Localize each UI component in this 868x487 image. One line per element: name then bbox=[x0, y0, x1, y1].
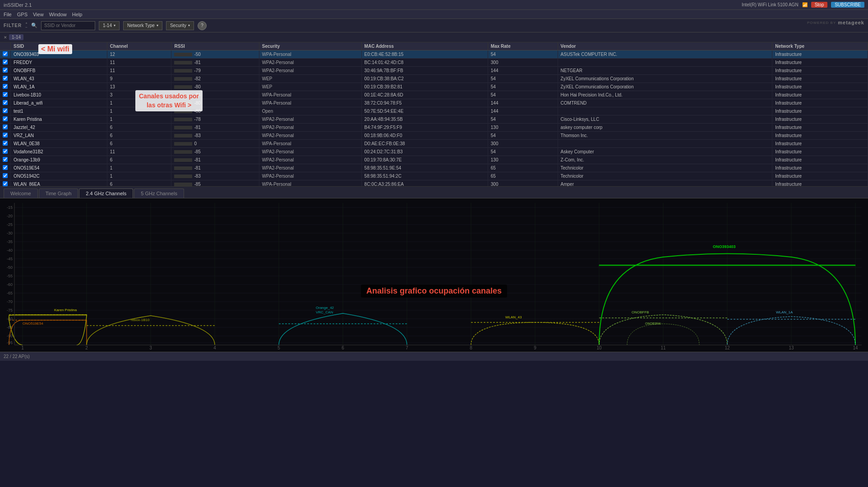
table-row[interactable]: ONO51942C 1 -83 WPA2-Personal 58:98:35:5… bbox=[0, 172, 868, 180]
row-nettype: Infrastructure bbox=[772, 91, 868, 99]
row-vendor: Askey Computer bbox=[558, 148, 772, 156]
row-rssi: -82 bbox=[171, 75, 259, 83]
table-row[interactable]: Vodafone31B2 11 -85 WPA2-Personal 00:24:… bbox=[0, 148, 868, 156]
svg-text:3: 3 bbox=[149, 345, 152, 350]
row-check[interactable] bbox=[0, 99, 11, 107]
row-channel: 6 bbox=[107, 180, 171, 187]
row-ssid: WLAN_86EA bbox=[11, 180, 107, 187]
row-check[interactable] bbox=[0, 156, 11, 164]
col-channel[interactable]: Channel bbox=[107, 42, 171, 51]
col-nettype[interactable]: Network Type bbox=[772, 42, 868, 51]
row-ssid: VRZ_LAN bbox=[11, 132, 107, 140]
col-check bbox=[0, 42, 11, 51]
col-rssi[interactable]: RSSI bbox=[171, 42, 259, 51]
menu-window[interactable]: Window bbox=[49, 12, 67, 17]
row-check[interactable] bbox=[0, 115, 11, 124]
menu-gps[interactable]: GPS bbox=[17, 12, 28, 17]
table-row[interactable]: Jazztel_42 6 -81 WPA2-Personal B4:74:9F:… bbox=[0, 124, 868, 132]
row-maxrate: 144 bbox=[488, 99, 558, 107]
graph-area: Amplitude [dBm] Analisis grafico ocupaci… bbox=[0, 198, 868, 352]
table-row[interactable]: WLAN_86EA 6 -85 WPA-Personal 8C:0C:A3:25… bbox=[0, 180, 868, 187]
row-check[interactable] bbox=[0, 132, 11, 140]
row-channel: 6 bbox=[107, 124, 171, 132]
menu-help[interactable]: Help bbox=[72, 12, 83, 17]
row-check[interactable] bbox=[0, 83, 11, 91]
row-mac: 00:24:D2:7C:31:B3 bbox=[361, 148, 488, 156]
row-check[interactable] bbox=[0, 59, 11, 67]
label-wlan43: WLAN_43 bbox=[505, 315, 522, 319]
tab-welcome[interactable]: Welcome bbox=[4, 188, 38, 198]
row-vendor: ZyXEL Communications Corporation bbox=[558, 83, 772, 91]
row-security: WPA-Personal bbox=[259, 180, 361, 187]
row-ssid: ONO519E54 bbox=[11, 164, 107, 172]
statusbar: 22 / 22 AP(s) bbox=[0, 352, 868, 361]
col-mac[interactable]: MAC Address bbox=[361, 42, 488, 51]
table-row[interactable]: ONO393403 12 -50 WPA-Personal E0:CB:4E:5… bbox=[0, 51, 868, 59]
table-row[interactable]: ONOBFFB 11 -79 WPA2-Personal 30:46:9A:7B… bbox=[0, 67, 868, 75]
row-security: Open bbox=[259, 107, 361, 115]
svg-text:5: 5 bbox=[277, 345, 280, 350]
menu-view[interactable]: View bbox=[33, 12, 44, 17]
stop-button[interactable]: Stop bbox=[811, 2, 828, 8]
help-button[interactable]: ? bbox=[198, 21, 207, 30]
search-input[interactable] bbox=[41, 21, 95, 30]
row-nettype: Infrastructure bbox=[772, 115, 868, 124]
tab-2ghz[interactable]: 2.4 GHz Channels bbox=[79, 188, 133, 198]
subscribe-button[interactable]: SUBSCRIBE bbox=[831, 2, 864, 8]
powered-by: POWERED BY metageek bbox=[807, 20, 864, 25]
filter-plus-minus[interactable]: + − bbox=[25, 22, 28, 29]
table-row[interactable]: ONO519E54 1 -81 WPA2-Personal 58:98:35:5… bbox=[0, 164, 868, 172]
row-check[interactable] bbox=[0, 180, 11, 187]
row-rssi: -81 bbox=[171, 156, 259, 164]
table-row[interactable]: Karen Pristina 1 -78 WPA2-Personal 20:AA… bbox=[0, 115, 868, 124]
table-row[interactable]: WLAN_1A 13 -80 WEP 00:19:CB:39:B2:81 54 … bbox=[0, 83, 868, 91]
col-maxrate[interactable]: Max Rate bbox=[488, 42, 558, 51]
row-rssi: -78 bbox=[171, 115, 259, 124]
svg-text:-30: -30 bbox=[7, 231, 13, 235]
table-row[interactable]: Livebox-1B10 3 -84 WPA-Personal 00:1E:4C… bbox=[0, 91, 868, 99]
row-check[interactable] bbox=[0, 140, 11, 148]
row-check[interactable] bbox=[0, 75, 11, 83]
row-check[interactable] bbox=[0, 172, 11, 180]
row-mac: B4:74:9F:29:F5:F9 bbox=[361, 124, 488, 132]
label-wlan1a: WLAN_1A bbox=[776, 310, 793, 314]
row-channel: 9 bbox=[107, 75, 171, 83]
row-nettype: Infrastructure bbox=[772, 172, 868, 180]
titlebar: inSSIDer 2.1 Intel(R) WiFi Link 5100 AGN… bbox=[0, 0, 868, 10]
table-row[interactable]: WLAN_43 9 -82 WEP 00:19:CB:38:BA:C2 54 Z… bbox=[0, 75, 868, 83]
table-row[interactable]: FREDDY 11 -81 WPA2-Personal BC:14:01:42:… bbox=[0, 59, 868, 67]
table-row[interactable]: WLAN_0E38 6 0 WPA-Personal D0:AE:EC:FB:0… bbox=[0, 140, 868, 148]
graph-svg: -15 -20 -25 -30 -35 -40 -45 -50 -55 -60 … bbox=[0, 198, 868, 352]
range-dropdown[interactable]: 1-14 bbox=[99, 21, 120, 30]
row-check[interactable] bbox=[0, 124, 11, 132]
row-check[interactable] bbox=[0, 148, 11, 156]
row-check[interactable] bbox=[0, 91, 11, 99]
table-row[interactable]: test1 1 -80 Open 50:7E:5D:54:EE:4E 144 I… bbox=[0, 107, 868, 115]
row-ssid: ONOBFFB bbox=[11, 67, 107, 75]
svg-text:-65: -65 bbox=[7, 291, 13, 295]
col-vendor[interactable]: Vendor bbox=[558, 42, 772, 51]
table-row[interactable]: Orange-13b9 6 -81 WPA2-Personal 00:19:70… bbox=[0, 156, 868, 164]
row-check[interactable] bbox=[0, 67, 11, 75]
security-dropdown[interactable]: Security bbox=[166, 21, 194, 30]
tag-close[interactable]: ✕ bbox=[4, 35, 7, 40]
row-nettype: Infrastructure bbox=[772, 67, 868, 75]
row-check[interactable] bbox=[0, 51, 11, 59]
network-type-dropdown[interactable]: Network Type bbox=[123, 21, 162, 30]
table-row[interactable]: Liberad_a_wifi 1 -80 WPA-Personal 38:72:… bbox=[0, 99, 868, 107]
row-check[interactable] bbox=[0, 107, 11, 115]
row-ssid: Liberad_a_wifi bbox=[11, 99, 107, 107]
menu-file[interactable]: File bbox=[4, 12, 12, 17]
table-row[interactable]: VRZ_LAN 6 -83 WPA2-Personal 00:18:9B:06:… bbox=[0, 132, 868, 140]
tab-time-graph[interactable]: Time Graph bbox=[39, 188, 78, 198]
svg-text:8: 8 bbox=[470, 345, 472, 350]
row-vendor: Hon Hai Precision Ind.Co., Ltd. bbox=[558, 91, 772, 99]
col-security[interactable]: Security bbox=[259, 42, 361, 51]
tab-5ghz[interactable]: 5 GHz Channels bbox=[134, 188, 184, 198]
col-ssid[interactable]: SSID bbox=[11, 42, 107, 51]
row-vendor: Technicolor bbox=[558, 164, 772, 172]
row-mac: 20:AA:4B:94:35:5B bbox=[361, 115, 488, 124]
svg-text:-60: -60 bbox=[7, 282, 13, 287]
row-vendor: ZyXEL Communications Corporation bbox=[558, 75, 772, 83]
row-check[interactable] bbox=[0, 164, 11, 172]
